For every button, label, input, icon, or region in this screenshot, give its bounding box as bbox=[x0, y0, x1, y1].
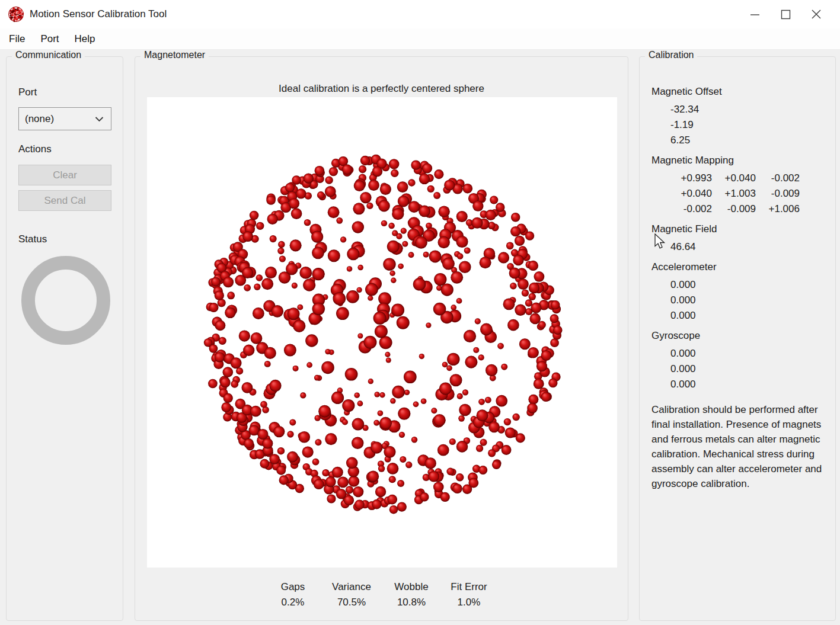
maximize-button[interactable] bbox=[770, 0, 801, 28]
matrix-cell: -0.002 bbox=[756, 171, 800, 186]
stat-value: 1.0% bbox=[451, 595, 487, 610]
magnetic-mapping-matrix: +0.993 +0.040 -0.002 +0.040 +1.003 -0.00… bbox=[670, 171, 829, 217]
calibration-legend: Calibration bbox=[645, 50, 697, 60]
menu-help[interactable]: Help bbox=[67, 30, 103, 48]
menu-file[interactable]: File bbox=[1, 30, 33, 48]
matrix-cell: +0.040 bbox=[712, 171, 756, 186]
matrix-cell: +0.040 bbox=[670, 186, 712, 201]
magnetometer-panel: Magnetometer Ideal calibration is a perf… bbox=[135, 56, 628, 621]
stat-value: 70.5% bbox=[332, 595, 371, 610]
magnetic-offset-values: -32.34 -1.19 6.25 bbox=[670, 102, 829, 148]
magnetometer-3d-view bbox=[147, 97, 617, 568]
matrix-cell: +0.993 bbox=[670, 171, 712, 186]
close-button[interactable] bbox=[801, 0, 832, 28]
stat-label: Gaps bbox=[281, 579, 305, 595]
stat-label: Fit Error bbox=[451, 579, 487, 595]
maximize-icon bbox=[781, 9, 791, 20]
stat-fit-error: Fit Error 1.0% bbox=[451, 579, 487, 610]
port-select-value: (none) bbox=[25, 113, 95, 125]
minimize-button[interactable] bbox=[739, 0, 770, 28]
matrix-cell: -0.009 bbox=[712, 201, 756, 217]
port-select[interactable]: (none) bbox=[18, 107, 111, 130]
communication-panel: Communication Port (none) Actions Clear … bbox=[6, 56, 123, 621]
stat-label: Variance bbox=[332, 579, 371, 595]
send-cal-button[interactable]: Send Cal bbox=[18, 190, 111, 211]
magnetic-offset-label: Magnetic Offset bbox=[651, 85, 829, 99]
status-label: Status bbox=[18, 233, 47, 245]
accelerometer-label: Accelerometer bbox=[651, 260, 829, 274]
menubar: File Port Help bbox=[0, 28, 840, 50]
gyroscope-y: 0.000 bbox=[670, 361, 829, 377]
matrix-cell: -0.002 bbox=[670, 201, 712, 217]
accelerometer-z: 0.000 bbox=[670, 308, 829, 323]
window-controls bbox=[739, 0, 832, 28]
matrix-cell: +1.003 bbox=[712, 186, 756, 201]
gyroscope-z: 0.000 bbox=[670, 377, 829, 392]
port-label: Port bbox=[18, 86, 37, 98]
gyroscope-label: Gyroscope bbox=[651, 329, 829, 343]
stat-value: 10.8% bbox=[394, 595, 428, 610]
calibration-panel: Calibration Magnetic Offset -32.34 -1.19… bbox=[639, 56, 836, 621]
gyroscope-x: 0.000 bbox=[670, 346, 829, 361]
actions-label: Actions bbox=[18, 143, 52, 155]
clear-button[interactable]: Clear bbox=[18, 165, 111, 185]
magnetometer-legend: Magnetometer bbox=[140, 50, 209, 60]
stat-variance: Variance 70.5% bbox=[332, 579, 371, 610]
magnetic-offset-x: -32.34 bbox=[670, 102, 829, 117]
stat-label: Wobble bbox=[394, 579, 428, 595]
accelerometer-y: 0.000 bbox=[670, 293, 829, 308]
calibration-note: Calibration should be performed after fi… bbox=[651, 402, 828, 491]
matrix-cell: -0.009 bbox=[756, 186, 800, 201]
window-title: Motion Sensor Calibration Tool bbox=[30, 8, 167, 20]
magnetic-field-value: 46.64 bbox=[670, 239, 829, 255]
close-icon bbox=[811, 9, 822, 20]
gyroscope-values: 0.000 0.000 0.000 bbox=[670, 346, 829, 392]
magnetometer-caption: Ideal calibration is a perfectly centere… bbox=[135, 83, 628, 95]
sphere-point-cloud bbox=[147, 97, 617, 568]
status-ring-indicator bbox=[21, 256, 110, 345]
matrix-cell: +1.006 bbox=[756, 201, 800, 217]
magnetic-field-label: Magnetic Field bbox=[651, 222, 829, 236]
accelerometer-x: 0.000 bbox=[670, 277, 829, 293]
stat-gaps: Gaps 0.2% bbox=[281, 579, 305, 610]
magnetic-offset-y: -1.19 bbox=[670, 117, 829, 133]
stat-wobble: Wobble 10.8% bbox=[394, 579, 428, 610]
communication-legend: Communication bbox=[12, 50, 85, 60]
menu-port[interactable]: Port bbox=[33, 30, 66, 48]
stat-value: 0.2% bbox=[281, 595, 305, 610]
minimize-icon bbox=[750, 9, 760, 20]
magnetic-offset-z: 6.25 bbox=[670, 133, 829, 148]
chevron-down-icon bbox=[95, 116, 104, 122]
titlebar[interactable]: Motion Sensor Calibration Tool bbox=[0, 0, 840, 28]
accelerometer-values: 0.000 0.000 0.000 bbox=[670, 277, 829, 323]
magnetic-mapping-label: Magnetic Mapping bbox=[651, 153, 829, 168]
app-icon bbox=[8, 6, 24, 23]
